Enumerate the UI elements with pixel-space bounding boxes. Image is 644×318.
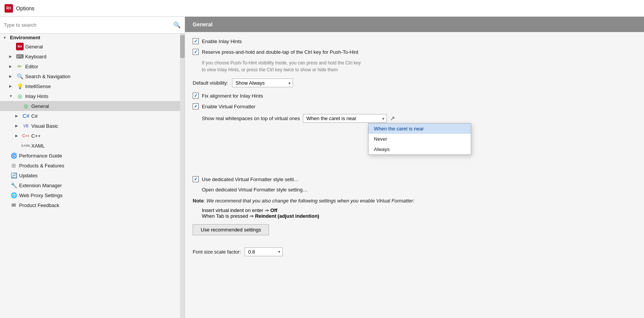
web-icon: 🌐: [10, 191, 18, 199]
font-size-select[interactable]: 0.8 1.0 1.2: [245, 247, 283, 256]
vb-label: Visual Basic: [31, 123, 58, 129]
scroll-container: ▼ Environment R# General ▶ ⌨ Keyboard: [0, 34, 185, 318]
show-whitespace-row: Show real whitespaces on top of virtual …: [193, 114, 636, 123]
expand-arrow-inlay: ▼: [9, 94, 14, 98]
vb-icon: VB: [22, 122, 30, 130]
enable-inlay-hints-label: Enable Inlay Hints: [202, 39, 242, 44]
rsharp-icon: R#: [16, 43, 24, 50]
expand-arrow-search: ▶: [9, 74, 14, 78]
enable-inlay-hints-row: Enable Inlay Hints: [193, 38, 636, 44]
use-recommended-button[interactable]: Use recommended settings: [193, 224, 269, 235]
window-title: Options: [16, 5, 34, 11]
open-dedicated-label: Open dedicated Virtual Formatter style s…: [202, 187, 308, 193]
sidebar-item-ext-manager[interactable]: 🔧 Extension Manager: [0, 180, 180, 190]
sidebar-item-vb[interactable]: ▶ VB Visual Basic: [0, 121, 180, 131]
note-item-2: When Tab is pressed ⇒ Reindent (adjust i…: [202, 213, 636, 219]
sidebar-item-environment[interactable]: ▼ Environment: [0, 34, 180, 42]
reserve-ctrl-row: Reserve press-and-hold and double-tap of…: [193, 49, 636, 55]
popup-option-never[interactable]: Never: [369, 134, 471, 144]
expand-arrow-editor: ▶: [9, 64, 14, 68]
use-dedicated-checkbox[interactable]: [193, 176, 199, 182]
search-box: 🔍: [0, 17, 185, 34]
tree-scroll: ▼ Environment R# General ▶ ⌨ Keyboard: [0, 34, 180, 318]
sidebar-item-editor[interactable]: ▶ ✏ Editor: [0, 61, 180, 71]
default-visibility-select[interactable]: Show Always Push-To-Hint Do Not Show: [232, 79, 293, 87]
cpp-label: C++: [31, 133, 41, 139]
content-header: General: [185, 17, 644, 32]
enable-inlay-hints-checkbox[interactable]: [193, 38, 199, 44]
push-to-hint-description: If you choose Push-To-Hint visibility mo…: [202, 59, 636, 73]
sidebar-item-inlay-general[interactable]: ◎ General: [0, 101, 180, 111]
intellisense-label: IntelliSense: [25, 84, 51, 89]
updates-label: Updates: [19, 173, 37, 178]
expand-arrow-intellisense: ▶: [9, 84, 14, 88]
keyboard-icon: ⌨: [16, 53, 24, 60]
expand-arrow-environment: ▼: [3, 36, 8, 40]
search-nav-icon: 🔍: [16, 72, 24, 80]
csharp-icon: C#: [22, 112, 30, 120]
expand-arrow-vb: ▶: [15, 124, 21, 128]
ext-icon: 🔧: [10, 181, 18, 189]
show-whitespace-container: Show real whitespaces on top of virtual …: [193, 114, 636, 123]
open-dedicated-row: Open dedicated Virtual Formatter style s…: [193, 187, 636, 193]
xaml-icon: XAML: [22, 142, 30, 149]
expand-arrow-cpp: ▶: [15, 134, 21, 138]
reserve-ctrl-checkbox[interactable]: [193, 49, 199, 55]
popup-option-always[interactable]: Always: [369, 144, 471, 154]
search-input[interactable]: [4, 22, 171, 28]
expand-arrow-csharp: ▶: [15, 114, 21, 118]
cpp-icon: C++: [22, 132, 30, 140]
sidebar-item-feedback[interactable]: ✉ Product Feedback: [0, 200, 180, 210]
sidebar-scrollbar[interactable]: [180, 34, 185, 318]
sidebar-item-updates[interactable]: 🔄 Updates: [0, 170, 180, 180]
virtual-formatter-checkbox[interactable]: [193, 103, 199, 109]
search-nav-label: Search & Navigation: [25, 74, 71, 79]
reserve-ctrl-label: Reserve press-and-hold and double-tap of…: [202, 49, 358, 55]
font-size-dropdown-wrapper: 0.8 1.0 1.2: [245, 247, 283, 256]
sidebar-item-perf[interactable]: 🌀 Performance Guide: [0, 151, 180, 161]
expand-arrow-keyboard: ▶: [9, 55, 14, 58]
web-label: Web Proxy Settings: [19, 193, 63, 198]
sidebar: 🔍 ▼ Environment R# General ▶ ⌨: [0, 17, 185, 318]
use-dedicated-row: Use dedicated Virtual Formatter style se…: [193, 176, 636, 182]
show-whitespace-label: Show real whitespaces on top of virtual …: [202, 116, 300, 121]
xaml-label: XAML: [31, 143, 45, 149]
updates-icon: 🔄: [10, 172, 18, 179]
search-icon: 🔍: [173, 21, 181, 29]
sidebar-item-cpp[interactable]: ▶ C++ C++: [0, 131, 180, 141]
main-container: 🔍 ▼ Environment R# General ▶ ⌨: [0, 17, 644, 318]
sidebar-item-csharp[interactable]: ▶ C# C#: [0, 111, 180, 121]
sidebar-item-web-proxy[interactable]: 🌐 Web Proxy Settings: [0, 190, 180, 200]
cursor-indicator: ↗: [390, 115, 395, 122]
recommend-btn-wrapper: Use recommended settings: [193, 224, 636, 241]
note-text: Note: We recommend that you also change …: [193, 197, 636, 205]
inlay-general-icon: ◎: [22, 102, 30, 110]
popup-option-caret-near[interactable]: When the caret is near: [369, 124, 471, 134]
sidebar-item-inlay-hints[interactable]: ▼ ◎ Inlay Hints: [0, 91, 180, 101]
title-bar: R# Options: [0, 0, 644, 17]
sidebar-item-products[interactable]: ⊞ Products & Features: [0, 161, 180, 170]
default-visibility-label: Default visibility:: [193, 80, 228, 86]
sidebar-scroll-thumb[interactable]: [180, 35, 185, 58]
sidebar-item-general-env[interactable]: R# General: [0, 42, 180, 51]
intellisense-icon: 💡: [16, 82, 24, 90]
fix-alignment-label: Fix alignment for Inlay Hints: [202, 93, 263, 99]
sidebar-item-search-nav[interactable]: ▶ 🔍 Search & Navigation: [0, 71, 180, 81]
general-env-label: General: [25, 44, 43, 50]
ext-label: Extension Manager: [19, 183, 62, 188]
products-icon: ⊞: [10, 162, 18, 169]
fix-alignment-checkbox[interactable]: [193, 93, 199, 99]
content-title: General: [193, 21, 213, 27]
sidebar-item-xaml[interactable]: XAML XAML: [0, 141, 180, 151]
font-size-row: Font size scale factor: 0.8 1.0 1.2: [193, 247, 636, 256]
app-icon: R#: [5, 4, 13, 13]
perf-icon: 🌀: [10, 152, 18, 159]
editor-label: Editor: [25, 64, 38, 69]
show-whitespace-select[interactable]: When the caret is near Never Always: [303, 114, 387, 123]
sidebar-item-intellisense[interactable]: ▶ 💡 IntelliSense: [0, 81, 180, 91]
sidebar-item-keyboard[interactable]: ▶ ⌨ Keyboard: [0, 51, 180, 61]
inlay-hints-label: Inlay Hints: [25, 93, 48, 99]
note-items: Insert virtual indent on enter ⇒ Off Whe…: [202, 207, 636, 219]
font-size-label: Font size scale factor:: [193, 249, 241, 255]
feedback-label: Product Feedback: [19, 202, 60, 208]
